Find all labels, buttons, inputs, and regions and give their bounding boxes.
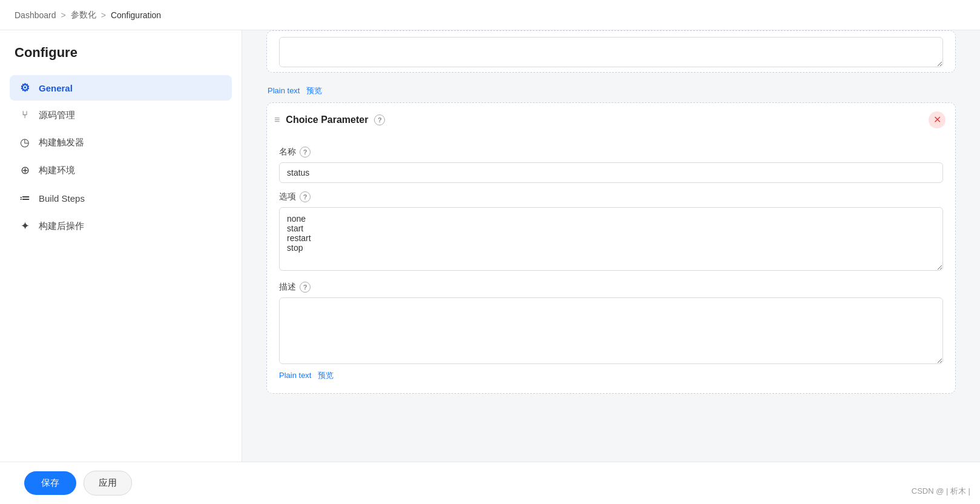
- sidebar-label-post-build: 构建后操作: [39, 220, 84, 232]
- plain-text-bottom-label: Plain text: [279, 371, 311, 380]
- choice-param-close-button[interactable]: ✕: [929, 111, 945, 128]
- sidebar-title: Configure: [10, 45, 232, 61]
- breadcrumb-sep-2: >: [101, 10, 106, 20]
- name-field-label: 名称 ?: [279, 147, 943, 158]
- desc-textarea[interactable]: [279, 297, 943, 364]
- name-help-icon[interactable]: ?: [300, 147, 311, 158]
- sidebar-label-source: 源码管理: [39, 110, 75, 121]
- globe-icon: ⊕: [18, 164, 31, 177]
- choices-help-icon[interactable]: ?: [300, 191, 311, 202]
- choice-param-block: ≡ Choice Parameter ? ✕ 名称 ? 选项 ?: [266, 102, 956, 394]
- breadcrumb-dashboard[interactable]: Dashboard: [15, 10, 56, 20]
- post-build-icon: ✦: [18, 219, 31, 233]
- preview-link-bottom[interactable]: 预览: [318, 371, 334, 380]
- sidebar-item-source[interactable]: ⑂ 源码管理: [10, 103, 232, 127]
- name-label-text: 名称: [279, 147, 296, 158]
- choice-param-header-left: ≡ Choice Parameter ?: [274, 114, 385, 125]
- bottom-right-label: CSDN @ | 析木 |: [912, 486, 970, 497]
- name-input[interactable]: [279, 162, 943, 183]
- sidebar-item-post-build[interactable]: ✦ 构建后操作: [10, 213, 232, 239]
- content-area: Plain text 预览 ≡ Choice Parameter ? ✕ 名称 …: [242, 30, 980, 462]
- partial-block-inner: [267, 31, 955, 73]
- breadcrumb-bar: Dashboard > 参数化 > Configuration: [0, 0, 980, 30]
- plain-text-top: Plain text 预览: [268, 86, 322, 95]
- choice-param-title: Choice Parameter: [286, 114, 368, 125]
- list-icon: ≔: [18, 191, 31, 205]
- sidebar-item-build-steps[interactable]: ≔ Build Steps: [10, 185, 232, 211]
- sidebar: Configure ⚙ General ⑂ 源码管理 ◷ 构建触发器 ⊕ 构建环…: [0, 30, 242, 462]
- sidebar-label-build-steps: Build Steps: [39, 193, 85, 204]
- sidebar-label-trigger: 构建触发器: [39, 137, 84, 148]
- sidebar-label-general: General: [39, 83, 73, 93]
- choice-param-body: 名称 ? 选项 ? 描述 ? Plain text: [267, 137, 955, 393]
- choices-textarea[interactable]: [279, 207, 943, 271]
- sidebar-item-general[interactable]: ⚙ General: [10, 75, 232, 101]
- sidebar-item-trigger[interactable]: ◷ 构建触发器: [10, 130, 232, 155]
- choices-field-label: 选项 ?: [279, 191, 943, 202]
- desc-help-icon[interactable]: ?: [300, 282, 311, 293]
- plain-text-bottom: Plain text 预览: [279, 370, 943, 381]
- breadcrumb-current: Configuration: [111, 10, 161, 20]
- breadcrumb-parameterize[interactable]: 参数化: [71, 10, 96, 21]
- desc-label-text: 描述: [279, 282, 296, 293]
- choices-label-text: 选项: [279, 191, 296, 202]
- top-partial-textarea[interactable]: [279, 37, 943, 67]
- preview-link-top[interactable]: 预览: [306, 86, 322, 95]
- sidebar-label-env: 构建环境: [39, 165, 75, 176]
- sidebar-item-env[interactable]: ⊕ 构建环境: [10, 158, 232, 183]
- clock-icon: ◷: [18, 136, 31, 149]
- plain-text-top-label: Plain text: [268, 86, 300, 95]
- footer-bar: 保存 应用: [0, 462, 980, 504]
- partial-param-block-top: [266, 30, 956, 73]
- gear-icon: ⚙: [18, 81, 31, 94]
- choice-param-header: ≡ Choice Parameter ? ✕: [267, 103, 955, 137]
- choice-param-help-icon[interactable]: ?: [374, 114, 385, 125]
- desc-field-label: 描述 ?: [279, 282, 943, 293]
- breadcrumb-sep-1: >: [61, 10, 66, 20]
- source-icon: ⑂: [18, 109, 31, 121]
- main-layout: Configure ⚙ General ⑂ 源码管理 ◷ 构建触发器 ⊕ 构建环…: [0, 30, 980, 462]
- drag-handle-icon[interactable]: ≡: [274, 114, 280, 125]
- apply-button[interactable]: 应用: [84, 471, 132, 496]
- save-button[interactable]: 保存: [24, 471, 76, 495]
